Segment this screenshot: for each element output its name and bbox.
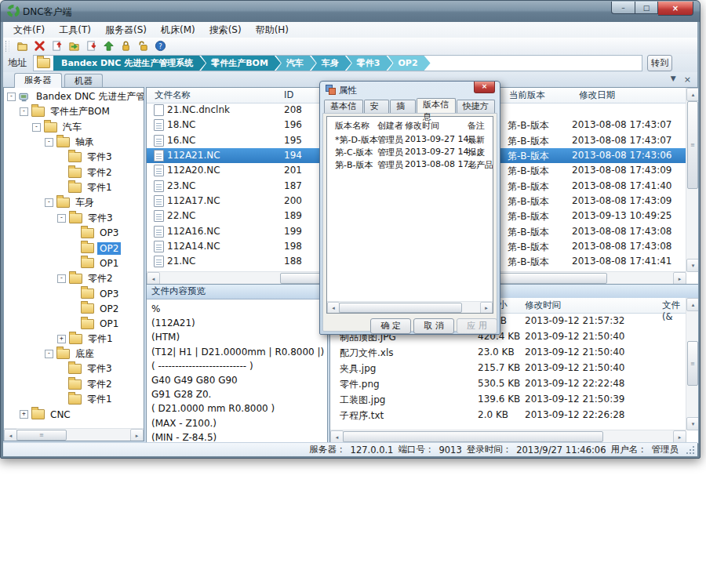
tree-node[interactable]: 零件1 — [4, 392, 144, 407]
tree-node[interactable]: -底座 — [4, 347, 144, 361]
tree-node-selected[interactable]: OP2 — [4, 241, 144, 256]
tree-node[interactable]: 零件2 — [4, 165, 144, 180]
scroll-left-icon[interactable]: ◂ — [327, 302, 340, 314]
tree-node[interactable]: OP2 — [4, 301, 144, 316]
lock-icon[interactable] — [117, 38, 134, 53]
tree-node[interactable]: -零件3 — [4, 210, 144, 225]
tree-node[interactable]: -车身 — [4, 195, 144, 210]
ok-button[interactable]: 确 定 — [370, 318, 411, 334]
col-creator[interactable]: 创建者 — [377, 120, 403, 132]
unlock-icon[interactable] — [134, 38, 151, 53]
tree-node[interactable]: OP1 — [4, 316, 144, 331]
scroll-down-icon[interactable]: ▾ — [686, 259, 699, 272]
version-row[interactable]: *第-D-版本管理员2013-09-27 14:...最新 — [327, 133, 493, 146]
expander[interactable]: - — [32, 123, 41, 132]
dialog-hscrollbar[interactable]: ◂ ▸ — [327, 301, 493, 313]
tree-node[interactable]: -零件2 — [4, 271, 144, 286]
menu-server[interactable]: 服务器(S) — [98, 22, 154, 38]
scroll-left-icon[interactable]: ◂ — [4, 429, 17, 441]
scroll-right-icon[interactable]: ▸ — [480, 302, 493, 314]
expander[interactable]: - — [7, 93, 16, 101]
dialog-title-bar[interactable]: 属性 × — [320, 82, 500, 98]
expander[interactable]: - — [57, 274, 66, 283]
check-in-icon[interactable] — [48, 38, 65, 53]
scroll-right-icon[interactable]: ▸ — [673, 272, 686, 285]
toolbar-grip[interactable] — [5, 41, 9, 52]
col-modify-time[interactable]: 修改时间 — [525, 299, 561, 311]
scroll-up-icon[interactable]: ▴ — [686, 88, 699, 101]
tree-node[interactable]: OP1 — [4, 256, 144, 270]
attachments-vscrollbar[interactable]: ▴ ≡ ▾ — [686, 298, 698, 430]
expander[interactable]: - — [45, 350, 53, 358]
col-modify-date[interactable]: 修改日期 — [579, 89, 615, 101]
version-row[interactable]: 第-C-版本管理员2013-09-27 14:...报废 — [327, 146, 493, 158]
cancel-button[interactable]: 取 消 — [413, 318, 454, 334]
expander[interactable]: - — [20, 107, 28, 116]
attachment-row[interactable]: 配刀文件.xls23.0 KB2013-09-12 21:50:40 — [330, 344, 686, 360]
tab-server[interactable]: 服务器 — [14, 73, 62, 88]
menu-help[interactable]: 帮助(H) — [249, 22, 296, 38]
title-bar[interactable]: DNC客户端 – □ × — [1, 1, 700, 22]
attachments-hscrollbar[interactable]: ◂ ▸ — [330, 430, 686, 443]
folder-send-icon[interactable] — [65, 38, 82, 53]
col-file-name[interactable]: 文件名称 — [155, 89, 191, 101]
maximize-button[interactable]: □ — [635, 2, 658, 14]
go-button[interactable]: 转到 — [647, 55, 672, 71]
check-out-icon[interactable] — [82, 38, 100, 53]
scroll-left-icon[interactable]: ◂ — [147, 272, 160, 285]
scroll-down-icon[interactable]: ▾ — [686, 417, 699, 430]
menu-file[interactable]: 文件(F) — [6, 22, 52, 38]
tab-version-info[interactable]: 版本信息 — [417, 98, 456, 113]
address-box[interactable]: Bandex DNC 先进生产管理系统 零件生产BOM 汽车 车身 零件3 OP… — [33, 55, 642, 71]
expander[interactable]: + — [57, 335, 66, 343]
scroll-right-icon[interactable]: ▸ — [130, 429, 144, 441]
version-row[interactable]: 第-B-版本管理员2013-08-08 17:...老产品程序 — [327, 158, 493, 171]
tree-node[interactable]: -轴承 — [4, 135, 144, 150]
tree-node[interactable]: +CNC — [4, 407, 144, 422]
breadcrumb-bom[interactable]: 零件生产BOM — [201, 56, 281, 71]
menu-machine[interactable]: 机床(M) — [154, 22, 202, 38]
expander[interactable]: - — [57, 214, 66, 223]
help-icon[interactable]: ? — [151, 38, 169, 53]
upload-icon[interactable] — [100, 38, 117, 53]
attachment-row[interactable]: 子程序.txt2.0 KB2013-09-12 22:26:28 — [330, 407, 686, 423]
col-current-version[interactable]: 当前版本 — [509, 89, 545, 101]
tab-security[interactable]: 安全 — [364, 100, 390, 113]
scroll-thumb[interactable]: ≡ — [16, 430, 67, 441]
close-button[interactable]: × — [658, 2, 693, 16]
tab-machine[interactable]: 机器 — [64, 74, 103, 88]
tree-node[interactable]: -零件生产BOM — [4, 104, 144, 119]
tree-node[interactable]: 零件3 — [4, 361, 144, 376]
col-id[interactable]: ID — [284, 89, 293, 100]
tree-node[interactable]: 零件2 — [4, 377, 144, 392]
tree-node-root[interactable]: -Bandex DNC 先进生产管理系统 — [4, 89, 144, 104]
breadcrumb-op2[interactable]: OP2 — [388, 56, 430, 71]
tree-node[interactable]: +零件1 — [4, 332, 144, 347]
file-list-vscrollbar[interactable]: ▴ ≡ ▾ — [686, 88, 698, 272]
tab-shortcut[interactable]: 快捷方式 — [457, 100, 496, 113]
tree-node[interactable]: OP3 — [4, 286, 144, 301]
delete-icon[interactable] — [31, 38, 48, 53]
tree-node[interactable]: 零件3 — [4, 150, 144, 165]
scroll-thumb[interactable]: ≡ — [687, 101, 698, 189]
tree-node[interactable]: -汽车 — [4, 120, 144, 135]
menu-search[interactable]: 搜索(S) — [202, 22, 249, 38]
col-version-name[interactable]: 版本名称 — [335, 120, 369, 132]
tree-node[interactable]: 零件1 — [4, 180, 144, 195]
tree-node[interactable]: OP3 — [4, 226, 144, 241]
folder-new-icon[interactable] — [13, 38, 31, 53]
panel-menu-icon[interactable]: ▼ — [671, 74, 676, 85]
resize-grip[interactable] — [686, 446, 694, 454]
attachment-row[interactable]: 夹具.jpg215.7 KB2013-09-12 21:50:40 — [330, 360, 686, 376]
col-note[interactable]: 备注 — [468, 120, 485, 132]
dialog-close-button[interactable]: × — [474, 82, 495, 93]
scroll-thumb[interactable]: ≡ — [687, 341, 698, 386]
breadcrumb-body[interactable]: 车身 — [311, 56, 351, 71]
minimize-button[interactable]: – — [611, 2, 635, 14]
scroll-thumb[interactable] — [339, 303, 462, 313]
expander[interactable]: - — [45, 138, 53, 147]
tab-basic-info[interactable]: 基本信息 — [324, 100, 363, 113]
expander[interactable]: - — [45, 198, 53, 207]
breadcrumb-auto[interactable]: 汽车 — [276, 56, 316, 71]
attachment-row[interactable]: 零件.png530.5 KB2013-09-12 22:22:48 — [330, 376, 686, 391]
